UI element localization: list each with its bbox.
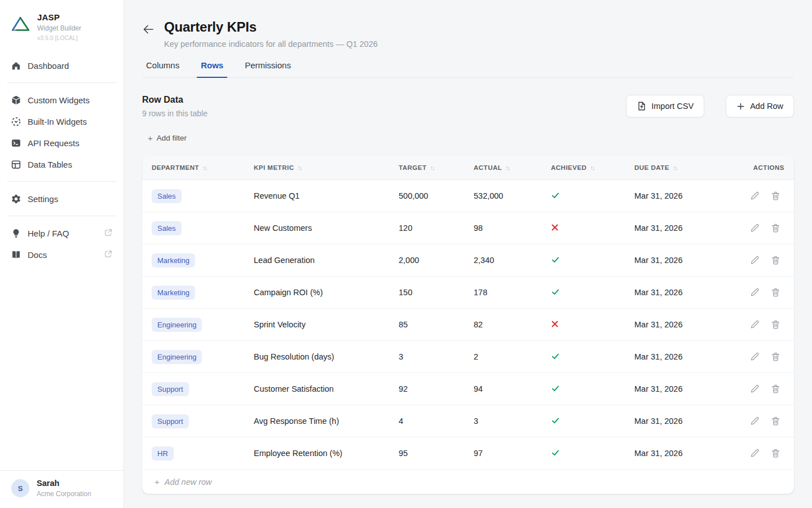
delete-icon[interactable]: [771, 191, 780, 201]
actual-cell: 178: [474, 288, 551, 297]
table-row[interactable]: Engineering Sprint Velocity 85 82 Mar 31…: [142, 309, 794, 341]
kpi-metric-cell: Campaign ROI (%): [254, 288, 399, 297]
delete-icon[interactable]: [771, 287, 780, 297]
department-cell: HR: [152, 446, 254, 461]
divider: [7, 82, 117, 83]
table-row[interactable]: Support Avg Response Time (h) 4 3 Mar 31…: [142, 405, 794, 437]
department-cell: Marketing: [152, 286, 254, 300]
kpi-metric-cell: Employee Retention (%): [254, 449, 399, 458]
plus-icon: [736, 102, 745, 111]
table-row[interactable]: Support Customer Satisfaction 92 94 Mar …: [142, 373, 794, 405]
sidebar-item-label: Built-In Widgets: [28, 117, 87, 126]
sidebar-item-data-tables[interactable]: Data Tables: [0, 154, 123, 175]
department-badge: Sales: [152, 189, 182, 203]
sort-icon[interactable]: ↑↓: [673, 164, 677, 171]
delete-icon[interactable]: [771, 223, 780, 233]
back-button[interactable]: [142, 24, 155, 35]
sidebar-item-label: API Requests: [28, 138, 80, 148]
achieved-cell: [551, 191, 634, 202]
due-date-cell: Mar 31, 2026: [634, 320, 750, 329]
kpi-metric-cell: Avg Response Time (h): [254, 417, 399, 426]
edit-icon[interactable]: [750, 287, 760, 297]
sidebar-item-docs[interactable]: Docs: [0, 244, 123, 265]
sort-icon[interactable]: ↑↓: [430, 164, 434, 171]
sort-icon[interactable]: ↑↓: [297, 164, 301, 171]
due-date-cell: Mar 31, 2026: [634, 224, 750, 233]
department-cell: Sales: [152, 221, 254, 235]
sidebar-item-built-in-widgets[interactable]: Built-In Widgets: [0, 111, 123, 132]
delete-icon[interactable]: [771, 384, 780, 394]
actual-cell: 2,340: [474, 256, 551, 265]
edit-icon[interactable]: [750, 223, 760, 233]
department-cell: Engineering: [152, 350, 254, 364]
achieved-cell: [551, 416, 634, 427]
delete-icon[interactable]: [771, 319, 780, 330]
sort-icon[interactable]: ↑↓: [505, 164, 509, 171]
user-profile[interactable]: S Sarah Acme Corporation: [0, 470, 123, 508]
column-header-target[interactable]: TARGET↑↓: [399, 164, 474, 171]
add-filter-button[interactable]: + Add filter: [142, 133, 794, 143]
section-header: Row Data 9 rows in this table Import CSV…: [142, 95, 794, 118]
app-version: v3.5.0 [LOCAL]: [37, 34, 81, 41]
user-name: Sarah: [37, 479, 91, 488]
sidebar-item-label: Data Tables: [28, 160, 72, 169]
table-row[interactable]: HR Employee Retention (%) 95 97 Mar 31, …: [142, 437, 794, 470]
table-row[interactable]: Marketing Campaign ROI (%) 150 178 Mar 3…: [142, 277, 794, 309]
sort-icon[interactable]: ↑↓: [590, 164, 594, 171]
main-content: Quarterly KPIs Key performance indicator…: [124, 0, 812, 508]
row-actions: [750, 352, 784, 362]
table-row[interactable]: Engineering Bug Resolution (days) 3 2 Ma…: [142, 341, 794, 373]
sort-icon[interactable]: ↑↓: [202, 164, 206, 171]
gear-icon: [11, 194, 21, 204]
sidebar-item-label: Docs: [28, 250, 47, 260]
achieved-cell: [551, 384, 634, 395]
sidebar-item-settings[interactable]: Settings: [0, 188, 123, 209]
check-icon: [551, 257, 560, 266]
add-new-row-button[interactable]: + Add new row: [142, 470, 794, 494]
cube-icon: [11, 95, 21, 106]
edit-icon[interactable]: [750, 255, 760, 265]
edit-icon[interactable]: [750, 191, 760, 201]
sidebar-item-api-requests[interactable]: API Requests: [0, 132, 123, 154]
add-row-button[interactable]: Add Row: [726, 95, 794, 117]
table-row[interactable]: Sales New Customers 120 98 Mar 31, 2026: [142, 212, 794, 244]
sidebar-item-custom-widgets[interactable]: Custom Widgets: [0, 89, 123, 111]
delete-icon[interactable]: [771, 416, 780, 426]
sidebar-item-dashboard[interactable]: Dashboard: [0, 55, 123, 76]
column-header-kpi-metric[interactable]: KPI METRIC↑↓: [254, 164, 399, 171]
edit-icon[interactable]: [750, 448, 760, 458]
column-header-department[interactable]: DEPARTMENT↑↓: [152, 164, 254, 171]
delete-icon[interactable]: [771, 352, 780, 362]
tab-columns[interactable]: Columns: [145, 60, 180, 77]
data-table-card: DEPARTMENT↑↓ KPI METRIC↑↓ TARGET↑↓ ACTUA…: [142, 155, 794, 494]
add-new-row-label: Add new row: [165, 478, 212, 487]
edit-icon[interactable]: [750, 416, 760, 426]
tab-permissions[interactable]: Permissions: [244, 60, 292, 77]
table-row[interactable]: Sales Revenue Q1 500,000 532,000 Mar 31,…: [142, 180, 794, 212]
actual-cell: 2: [474, 352, 551, 361]
cross-icon: [551, 224, 559, 233]
tab-rows[interactable]: Rows: [200, 60, 224, 77]
column-header-due-date[interactable]: DUE DATE↑↓: [634, 164, 750, 171]
delete-icon[interactable]: [771, 448, 780, 458]
achieved-cell: [551, 320, 634, 330]
kpi-metric-cell: Lead Generation: [254, 256, 399, 265]
actual-cell: 97: [474, 449, 551, 458]
edit-icon[interactable]: [750, 319, 760, 330]
table-row[interactable]: Marketing Lead Generation 2,000 2,340 Ma…: [142, 244, 794, 277]
column-header-achieved[interactable]: ACHIEVED↑↓: [551, 164, 634, 171]
actual-cell: 82: [474, 320, 551, 329]
edit-icon[interactable]: [750, 352, 760, 362]
import-csv-button[interactable]: Import CSV: [626, 95, 704, 117]
row-actions: [750, 287, 784, 297]
user-org: Acme Corporation: [37, 490, 91, 498]
edit-icon[interactable]: [750, 384, 760, 394]
department-cell: Sales: [152, 189, 254, 203]
department-cell: Engineering: [152, 318, 254, 332]
delete-icon[interactable]: [771, 255, 780, 265]
external-link-icon: [104, 228, 114, 239]
sidebar-item-help-faq[interactable]: Help / FAQ: [0, 222, 123, 244]
due-date-cell: Mar 31, 2026: [634, 417, 750, 426]
page-subtitle: Key performance indicators for all depar…: [164, 40, 378, 49]
column-header-actual[interactable]: ACTUAL↑↓: [474, 164, 551, 171]
